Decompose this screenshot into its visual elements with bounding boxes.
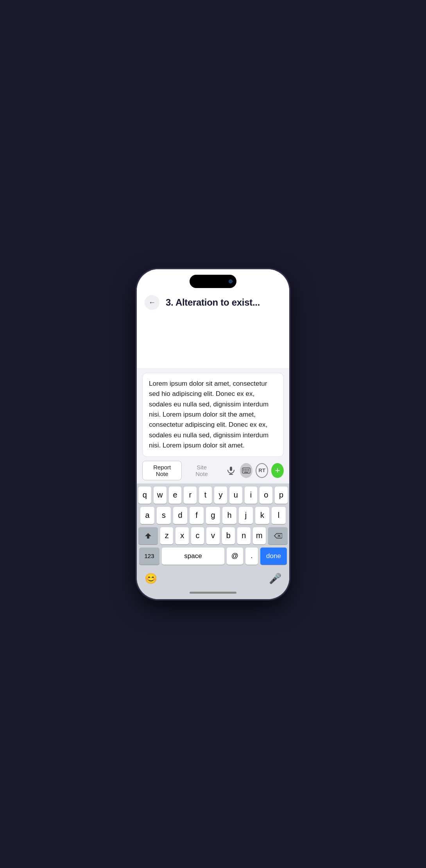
input-section: Lorem ipsum dolor sit amet, consectetur …	[137, 368, 289, 456]
key-z[interactable]: z	[160, 527, 173, 544]
delete-key[interactable]	[268, 527, 288, 544]
at-key[interactable]: @	[227, 548, 243, 565]
rt-button[interactable]: RT	[256, 463, 268, 478]
svg-rect-11	[248, 470, 249, 471]
delete-icon	[274, 533, 282, 539]
svg-rect-8	[243, 470, 245, 471]
rt-label: RT	[259, 467, 265, 473]
mic-button[interactable]	[225, 463, 237, 478]
nav-header: ← 3. Alteration to exist...	[137, 289, 289, 315]
keyboard-icon	[242, 467, 251, 474]
svg-rect-10	[247, 470, 248, 471]
add-icon: +	[275, 466, 280, 475]
back-button[interactable]: ←	[145, 295, 159, 310]
key-g[interactable]: g	[206, 507, 220, 524]
key-e[interactable]: e	[169, 487, 182, 504]
mic-icon	[227, 466, 235, 475]
site-note-tab[interactable]: Site Note	[185, 461, 218, 480]
keyboard-row-2: a s d f g h j k l	[138, 507, 288, 524]
key-v[interactable]: v	[206, 527, 219, 544]
key-l[interactable]: l	[272, 507, 286, 524]
key-y[interactable]: y	[214, 487, 227, 504]
add-button[interactable]: +	[271, 463, 284, 478]
key-a[interactable]: a	[140, 507, 154, 524]
key-h[interactable]: h	[222, 507, 236, 524]
key-r[interactable]: r	[184, 487, 197, 504]
key-i[interactable]: i	[245, 487, 258, 504]
space-key[interactable]: space	[162, 548, 224, 565]
key-j[interactable]: j	[239, 507, 253, 524]
key-c[interactable]: c	[191, 527, 204, 544]
svg-rect-0	[230, 467, 232, 471]
svg-rect-5	[245, 469, 246, 470]
content-area	[137, 315, 289, 369]
svg-rect-9	[245, 470, 246, 471]
dot-key[interactable]: .	[245, 548, 258, 565]
key-k[interactable]: k	[255, 507, 269, 524]
back-arrow-icon: ←	[149, 299, 156, 306]
done-key[interactable]: done	[260, 548, 287, 565]
home-bar	[190, 592, 236, 594]
dynamic-island	[190, 275, 236, 288]
page-title: 3. Alteration to exist...	[166, 297, 260, 308]
keyboard-row-4: 123 space @ . done	[138, 548, 288, 565]
key-s[interactable]: s	[157, 507, 171, 524]
svg-rect-12	[244, 472, 249, 472]
svg-rect-7	[248, 469, 249, 470]
phone-screen: ← 3. Alteration to exist... Lorem ipsum …	[137, 269, 289, 599]
key-q[interactable]: q	[138, 487, 151, 504]
phone-frame: ← 3. Alteration to exist... Lorem ipsum …	[137, 269, 289, 599]
home-indicator	[137, 589, 289, 599]
keyboard-row-1: q w e r t y u i o p	[138, 487, 288, 504]
shift-icon	[145, 532, 152, 539]
report-note-tab[interactable]: Report Note	[142, 461, 182, 480]
voice-mic-button[interactable]: 🎤	[269, 573, 281, 585]
key-u[interactable]: u	[229, 487, 242, 504]
key-m[interactable]: m	[253, 527, 266, 544]
key-x[interactable]: x	[175, 527, 188, 544]
key-n[interactable]: n	[237, 527, 250, 544]
text-input-box[interactable]: Lorem ipsum dolor sit amet, consectetur …	[142, 373, 284, 456]
svg-rect-6	[247, 469, 248, 470]
numbers-key[interactable]: 123	[139, 548, 159, 565]
status-bar	[137, 269, 289, 289]
emoji-button[interactable]: 😊	[145, 573, 157, 585]
bottom-bar: 😊 🎤	[137, 569, 289, 589]
keyboard: q w e r t y u i o p a s d f g h j k	[137, 483, 289, 569]
key-d[interactable]: d	[173, 507, 187, 524]
tab-toolbar: Report Note Site Note	[137, 457, 289, 483]
key-b[interactable]: b	[222, 527, 235, 544]
shift-key[interactable]	[138, 527, 158, 544]
key-t[interactable]: t	[199, 487, 212, 504]
key-w[interactable]: w	[154, 487, 166, 504]
key-o[interactable]: o	[260, 487, 272, 504]
keyboard-button[interactable]	[240, 463, 252, 478]
keyboard-row-3: z x c v b n m	[138, 527, 288, 544]
input-text: Lorem ipsum dolor sit amet, consectetur …	[149, 380, 268, 449]
key-p[interactable]: p	[275, 487, 288, 504]
key-f[interactable]: f	[190, 507, 204, 524]
camera-dot	[229, 279, 233, 283]
svg-rect-4	[243, 469, 245, 470]
